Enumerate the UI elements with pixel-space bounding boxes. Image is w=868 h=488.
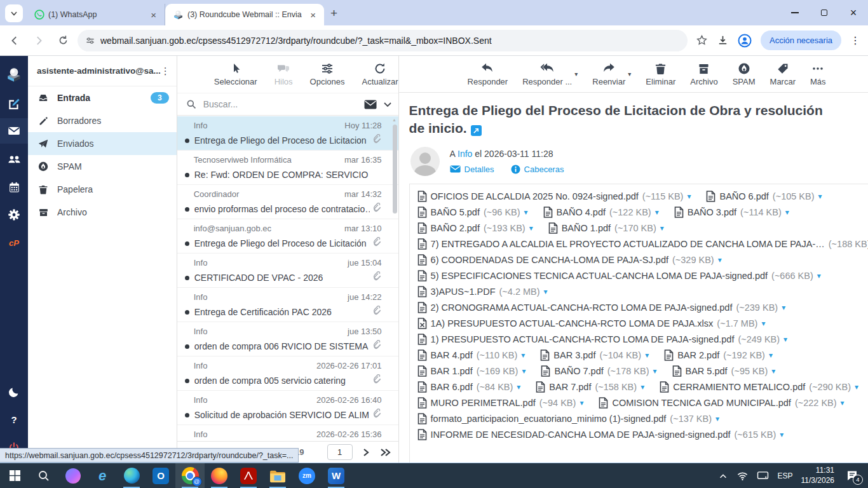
attachment-name[interactable]: BAÑO 4.pdf (557, 207, 606, 217)
minimize-button[interactable] (780, 0, 810, 25)
taskbar-chrome-button[interactable]: @ (175, 463, 205, 488)
compose-button[interactable] (0, 90, 28, 116)
list-item[interactable]: Info jue 15:04 CERTIFICADO DE VPAC - 202… (177, 254, 398, 288)
attachment-menu-icon[interactable]: ▾ (687, 192, 691, 201)
attachment-menu-icon[interactable]: ▾ (580, 398, 583, 407)
forward-button[interactable] (29, 31, 48, 50)
archive-button[interactable]: Archivo (690, 62, 717, 86)
search-options-chevron-icon[interactable] (383, 100, 392, 109)
list-item[interactable]: Info jue 14:22 Entrega de Certificación … (177, 288, 398, 322)
attachment-item[interactable]: BAR 2.pdf (~192 KB) ▾ (664, 349, 773, 361)
sidebar-item-borradores[interactable]: Borradores (28, 109, 177, 132)
more-button[interactable]: Más (810, 62, 826, 86)
reply-all-button[interactable]: Responder ... (522, 62, 572, 86)
tab-roundcube[interactable]: (3) Roundcube Webmail :: Envia × (165, 4, 324, 25)
attachment-menu-icon[interactable]: ▾ (521, 351, 525, 360)
attachment-item[interactable]: 3)APUS~1.PDF (~4.2 MB) ▾ (417, 286, 548, 297)
attachment-menu-icon[interactable]: ▾ (715, 414, 719, 423)
taskbar-ie-button[interactable]: e (88, 463, 117, 488)
url-text[interactable]: webmail.sanjuan.gob.ec/cpsess4512972712/… (100, 36, 492, 46)
attachment-menu-icon[interactable]: ▾ (817, 271, 821, 280)
attachment-name[interactable]: INFORME DE NECESIDAD-CANCHA LOMA DE PAJA… (431, 430, 731, 440)
attachment-menu-icon[interactable]: ▾ (645, 351, 649, 360)
settings-nav-button[interactable] (0, 202, 28, 227)
list-item[interactable]: Tecnoserviweb Informática mar 16:35 Re: … (177, 151, 398, 185)
attachment-item[interactable]: BAÑO 6.pdf (~105 KB) ▾ (706, 191, 822, 202)
attachment-item[interactable]: CERRAMIENTO METALICO.pdf (~290 KB) ▾ (660, 381, 858, 393)
search-scope-mail-icon[interactable] (364, 100, 377, 109)
headers-link[interactable]: Cabeceras (511, 165, 564, 174)
search-input[interactable] (203, 99, 364, 109)
taskbar-outlook-button[interactable]: O (146, 463, 175, 488)
attachment-name[interactable]: BAR 1.pdf (431, 366, 473, 376)
attachment-name[interactable]: BAR 6.pdf (431, 382, 473, 392)
contacts-nav-button[interactable] (0, 146, 28, 172)
download-icon[interactable] (717, 34, 729, 46)
attachment-item[interactable]: OFICIOS DE ALCALDIA 2025 No. 0924-signed… (417, 191, 691, 202)
page-input[interactable] (327, 444, 353, 460)
attachment-menu-icon[interactable]: ▾ (641, 383, 644, 391)
reply-all-menu-icon[interactable]: ▾ (574, 71, 578, 86)
attachment-menu-icon[interactable]: ▾ (761, 319, 765, 328)
attachment-menu-icon[interactable]: ▾ (782, 303, 785, 312)
attachment-menu-icon[interactable]: ▾ (544, 287, 548, 296)
tray-display-icon[interactable] (757, 471, 769, 481)
attachment-item[interactable]: MURO PERIMETRAL.pdf (~94 KB) ▾ (417, 397, 584, 409)
forward-button[interactable]: Reenviar (592, 62, 625, 86)
attachment-item[interactable]: 1A) PRESUPUESTO ACTUAL-CANCHA-RCTO LOMA … (417, 318, 766, 329)
list-item[interactable]: Info 2026-02-26 17:01 orden de compra 00… (177, 356, 398, 391)
attachment-name[interactable]: BAÑO 7.pdf (554, 366, 603, 376)
attachment-name[interactable]: 2) CRONOGRAMA ACTUAL-CANCHA-RCTO LOMA DE… (431, 302, 733, 313)
attachment-menu-icon[interactable]: ▾ (855, 383, 858, 391)
attachment-item[interactable]: COMISION TECNICA GAD MUNICIPAL.pdf (~222… (599, 397, 844, 409)
attachment-item[interactable]: BAÑO 2.pdf (~193 KB) ▾ (417, 222, 533, 234)
attachment-name[interactable]: 1) PRESUPUESTO ACTUAL-CANCHA-RCTO LOMA D… (431, 334, 735, 344)
taskbar-explorer-button[interactable] (263, 463, 292, 488)
from-name-link[interactable]: Info (458, 149, 472, 159)
list-item[interactable]: Info 2026-02-26 16:40 Solicitud de aprob… (177, 391, 398, 425)
scroll-up-icon[interactable]: ▴ (391, 117, 398, 123)
attachment-name[interactable]: 1A) PRESUPUESTO ACTUAL-CANCHA-RCTO LOMA … (431, 318, 714, 329)
attachment-menu-icon[interactable]: ▾ (524, 208, 528, 217)
attachment-name[interactable]: 3)APUS~1.PDF (431, 287, 496, 297)
taskbar-search-button[interactable] (29, 463, 58, 488)
details-link[interactable]: Detalles (450, 165, 494, 174)
attachment-item[interactable]: 2) CRONOGRAMA ACTUAL-CANCHA-RCTO LOMA DE… (417, 302, 786, 313)
cpanel-logo[interactable]: cP (0, 230, 28, 255)
attachment-item[interactable]: BAR 6.pdf (~84 KB) ▾ (417, 381, 521, 393)
attachment-item[interactable]: BAÑO 4.pdf (~122 KB) ▾ (543, 207, 659, 218)
attachment-name[interactable]: CERRAMIENTO METALICO.pdf (673, 382, 805, 392)
attachment-name[interactable]: BAR 2.pdf (677, 350, 719, 360)
wifi-icon[interactable] (736, 470, 749, 482)
attachment-name[interactable]: COMISION TECNICA GAD MUNICIPAL.pdf (612, 398, 790, 408)
attachment-item[interactable]: BAR 3.pdf (~104 KB) ▾ (540, 349, 649, 361)
taskbar-firefox-button[interactable] (205, 463, 234, 488)
new-tab-button[interactable]: + (330, 6, 337, 20)
tab-close-icon[interactable]: × (149, 10, 158, 20)
taskbar-word-button[interactable]: W (322, 463, 351, 488)
next-page-icon[interactable] (362, 448, 370, 457)
refresh-button[interactable] (53, 31, 72, 50)
browser-menu-icon[interactable]: ⋮ (850, 34, 860, 46)
list-item[interactable]: Coordinador mar 14:32 envio proformas de… (177, 185, 398, 219)
address-bar[interactable]: webmail.sanjuan.gob.ec/cpsess4512972712/… (78, 30, 688, 51)
forward-menu-icon[interactable]: ▾ (628, 71, 631, 86)
profile-icon[interactable] (738, 34, 752, 48)
dark-mode-button[interactable] (0, 379, 28, 404)
attachment-name[interactable]: BAÑO 5.pdf (431, 207, 480, 217)
attachment-item[interactable]: 7) ENTREGADO A ALCALDIA EL PROYECTO ACTU… (417, 238, 868, 250)
maximize-button[interactable] (810, 0, 839, 25)
list-scroll-thumb[interactable] (393, 125, 397, 214)
attachment-name[interactable]: 5) ESPECIFICACIONES TECNICA ACTUAL-CANCH… (431, 271, 768, 281)
taskbar-copilot-button[interactable] (58, 463, 88, 488)
tray-expand-chevron-icon[interactable] (718, 471, 728, 481)
bookmark-star-icon[interactable] (696, 34, 708, 46)
attachment-item[interactable]: BAR 1.pdf (~169 KB) ▾ (417, 365, 526, 377)
last-page-icon[interactable] (379, 448, 392, 457)
attachment-item[interactable]: 6) COORDENADAS DE CANCHA-LOMA DE PAJA-SJ… (417, 254, 722, 266)
attachment-name[interactable]: BAR 4.pdf (431, 350, 473, 360)
refresh-list-button[interactable]: Actualizar (362, 62, 398, 86)
attachment-name[interactable]: BAÑO 3.pdf (688, 207, 736, 217)
attachment-menu-icon[interactable]: ▾ (718, 255, 722, 264)
taskbar-zoom-button[interactable]: zm (292, 463, 322, 488)
